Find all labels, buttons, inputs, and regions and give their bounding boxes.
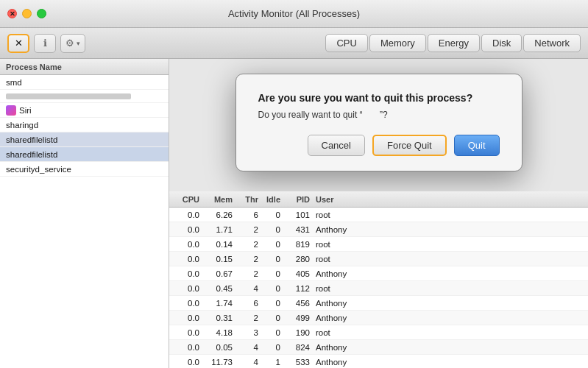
thr-cell: 6: [235, 299, 261, 308]
tab-energy[interactable]: Energy: [428, 34, 480, 52]
tab-network[interactable]: Network: [523, 34, 581, 52]
thr-cell: 6: [235, 210, 261, 219]
cpu-cell: 0.0: [169, 299, 202, 308]
pid-cell: 190: [283, 328, 313, 337]
window-controls: ✕: [7, 9, 46, 18]
maximize-button[interactable]: [37, 9, 46, 18]
table-row[interactable]: 0.0 6.26 6 0 101 root: [169, 208, 588, 222]
toolbar: ✕ ℹ ⚙ ▾ CPU Memory Energy Disk Network: [0, 28, 588, 59]
idle-cell: 1: [261, 358, 283, 367]
table-row[interactable]: 0.0 4.18 3 0 190 root: [169, 325, 588, 340]
cpu-column-header: CPU: [169, 195, 202, 204]
list-item[interactable]: sharingd: [0, 118, 169, 132]
pid-cell: 499: [283, 314, 313, 322]
user-cell: Anthony: [313, 314, 357, 322]
gear-button[interactable]: ⚙ ▾: [60, 34, 85, 53]
mem-cell: 0.45: [202, 284, 235, 293]
table-row[interactable]: 0.0 0.45 4 0 112 root: [169, 281, 588, 296]
siri-icon: [6, 105, 16, 116]
table-row[interactable]: 0.0 0.67 2 0 405 Anthony: [169, 266, 588, 281]
idle-cell: 0: [261, 255, 283, 263]
thr-cell: 2: [235, 255, 261, 263]
user-cell: Anthony: [313, 343, 357, 352]
pid-cell: 431: [283, 225, 313, 234]
mem-column-header: Mem: [202, 195, 235, 204]
table-body: 0.0 6.26 6 0 101 root 0.0 1.71 2 0 431 A…: [169, 208, 588, 368]
close-button[interactable]: ✕: [7, 9, 17, 18]
thr-column-header: Thr: [235, 195, 261, 204]
cpu-cell: 0.0: [169, 255, 202, 263]
cpu-cell: 0.0: [169, 240, 202, 249]
pid-cell: 819: [283, 240, 313, 249]
thr-cell: 3: [235, 328, 261, 337]
dialog-text: Do you really want to quit “ ”?: [258, 110, 500, 120]
quit-process-icon: ✕: [15, 38, 23, 49]
user-column-header: User: [313, 195, 357, 204]
pid-cell: 101: [283, 210, 313, 219]
tab-memory[interactable]: Memory: [369, 34, 426, 52]
idle-cell: 0: [261, 299, 283, 308]
dropdown-arrow-icon: ▾: [77, 40, 80, 47]
idle-cell: 0: [261, 314, 283, 322]
thr-cell: 4: [235, 284, 261, 293]
idle-cell: 0: [261, 269, 283, 278]
mem-cell: 0.14: [202, 240, 235, 249]
idle-cell: 0: [261, 210, 283, 219]
thr-cell: 2: [235, 240, 261, 249]
table-row[interactable]: 0.0 0.05 4 0 824 Anthony: [169, 340, 588, 355]
list-item-siri[interactable]: Siri: [0, 103, 169, 118]
mem-cell: 0.15: [202, 255, 235, 263]
idle-cell: 0: [261, 328, 283, 337]
minimize-button[interactable]: [22, 9, 32, 18]
list-item[interactable]: smd: [0, 75, 169, 90]
tab-cpu[interactable]: CPU: [325, 34, 367, 52]
list-item[interactable]: securityd_service: [0, 162, 169, 177]
gear-icon: ⚙: [65, 38, 74, 49]
table-row[interactable]: 0.0 0.14 2 0 819 root: [169, 237, 588, 252]
info-button[interactable]: ℹ: [34, 34, 56, 53]
mem-cell: 6.26: [202, 210, 235, 219]
mem-cell: 0.67: [202, 269, 235, 278]
table-row[interactable]: 0.0 0.31 2 0 499 Anthony: [169, 311, 588, 325]
user-cell: Anthony: [313, 269, 357, 278]
quit-button[interactable]: Quit: [454, 135, 500, 156]
cpu-cell: 0.0: [169, 343, 202, 352]
tab-disk[interactable]: Disk: [481, 34, 522, 52]
dialog-title: Are you sure you want to quit this proce…: [258, 92, 500, 104]
pid-cell: 405: [283, 269, 313, 278]
mem-cell: 11.73: [202, 358, 235, 367]
cancel-button[interactable]: Cancel: [308, 135, 365, 156]
quit-process-button[interactable]: ✕: [7, 34, 29, 53]
list-item[interactable]: sharedfilelistd: [0, 147, 169, 162]
mem-cell: 1.74: [202, 299, 235, 308]
mem-cell: 1.71: [202, 225, 235, 234]
title-bar: ✕ Activity Monitor (All Processes): [0, 0, 588, 28]
table-row[interactable]: 0.0 1.74 6 0 456 Anthony: [169, 296, 588, 311]
list-item[interactable]: sharedfilelistd: [0, 132, 169, 147]
user-cell: root: [313, 255, 357, 263]
user-cell: Anthony: [313, 358, 357, 367]
table-row[interactable]: 0.0 1.71 2 0 431 Anthony: [169, 222, 588, 237]
force-quit-button[interactable]: Force Quit: [372, 135, 447, 156]
dialog-box: Are you sure you want to quit this proce…: [235, 74, 523, 171]
tab-bar: CPU Memory Energy Disk Network: [325, 34, 581, 52]
thr-cell: 2: [235, 225, 261, 234]
mem-cell: 0.05: [202, 343, 235, 352]
mem-cell: 0.31: [202, 314, 235, 322]
idle-cell: 0: [261, 240, 283, 249]
list-item[interactable]: [0, 90, 169, 103]
pid-cell: 824: [283, 343, 313, 352]
main-content: Process Name smd Siri sharingd sharedfil…: [0, 59, 588, 368]
info-icon: ℹ: [43, 38, 47, 49]
thr-cell: 4: [235, 343, 261, 352]
idle-cell: 0: [261, 343, 283, 352]
table-row[interactable]: 0.0 0.15 2 0 280 root: [169, 252, 588, 266]
idle-cell: 0: [261, 284, 283, 293]
thr-cell: 2: [235, 269, 261, 278]
process-list: Process Name smd Siri sharingd sharedfil…: [0, 59, 169, 368]
thr-cell: 4: [235, 358, 261, 367]
dialog-area: Are you sure you want to quit this proce…: [169, 59, 588, 368]
process-name-header: Process Name: [0, 59, 169, 75]
table-row[interactable]: 0.0 11.73 4 1 533 Anthony: [169, 355, 588, 368]
table-header: CPU Mem Thr Idle PID User: [169, 191, 588, 208]
